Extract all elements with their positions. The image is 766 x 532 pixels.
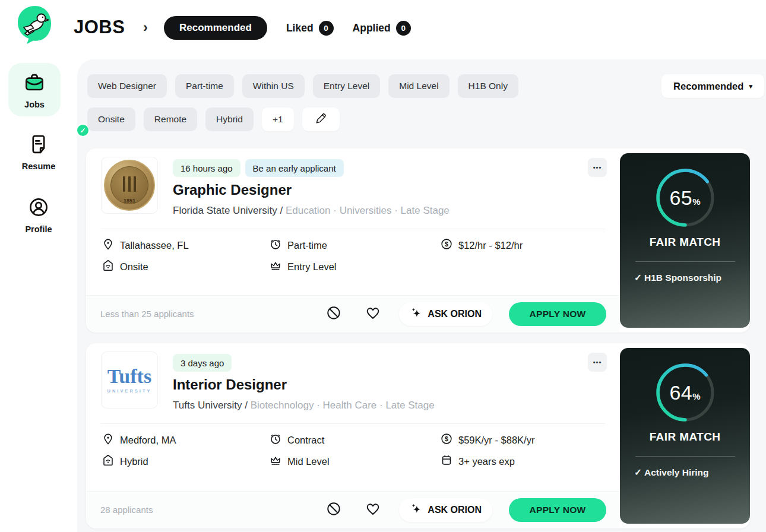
job-title[interactable]: Graphic Designer	[173, 182, 292, 198]
calendar-icon	[440, 454, 453, 469]
filter-chip-remote[interactable]: Remote	[144, 107, 197, 131]
check-icon: ✓	[634, 273, 642, 283]
like-button[interactable]	[361, 302, 385, 326]
filter-chip-within-us[interactable]: Within US	[242, 74, 305, 98]
liked-count-badge: 0	[319, 21, 334, 36]
detail-salary: $ $59K/yr - $88K/yr	[440, 432, 534, 448]
match-percent: 65%	[654, 167, 716, 229]
sidebar-item-label: Profile	[25, 224, 52, 234]
filter-chip-hybrid[interactable]: Hybrid	[205, 107, 254, 131]
card-menu-button[interactable]: •••	[588, 158, 607, 177]
ask-orion-button[interactable]: ASK ORION	[399, 498, 492, 522]
match-perk: ✓ H1B Sponsorship	[634, 273, 721, 283]
match-percent: 64%	[654, 362, 716, 423]
sort-dropdown[interactable]: Recommended ▾	[661, 74, 764, 98]
detail-level: Mid Level	[269, 454, 330, 469]
job-title[interactable]: Interior Designer	[173, 376, 287, 393]
like-button[interactable]	[361, 498, 385, 522]
clock-icon	[269, 432, 282, 448]
tab-recommended[interactable]: Recommended	[164, 16, 267, 40]
filter-row-2: Onsite Remote Hybrid +1	[87, 107, 340, 131]
detail-level-text: Mid Level	[287, 456, 330, 467]
filter-chip-h1b-only[interactable]: H1B Only	[458, 74, 518, 98]
match-perk-text: H1B Sponsorship	[644, 273, 721, 283]
detail-workplace: Onsite	[102, 259, 189, 274]
match-perk: ✓ Actively Hiring	[634, 467, 709, 478]
sidebar-item-resume[interactable]: ✓ Resume	[0, 133, 77, 171]
match-divider	[635, 456, 735, 457]
detail-workplace-text: Hybrid	[120, 456, 148, 467]
match-panel[interactable]: 65% FAIR MATCH ✓ H1B Sponsorship	[620, 153, 750, 328]
card-menu-button[interactable]: •••	[588, 353, 607, 372]
percent-sign: %	[692, 391, 700, 401]
not-interested-button[interactable]	[322, 498, 346, 522]
sidebar-item-profile[interactable]: Profile	[0, 196, 77, 234]
edit-filters-button[interactable]	[302, 107, 340, 131]
filter-chip-onsite[interactable]: Onsite	[87, 107, 135, 131]
detail-employment-type: Part-time	[269, 238, 337, 253]
industry-tags: Biotechnology · Health Care · Late Stage	[251, 400, 435, 411]
filter-chip-entry-level[interactable]: Entry Level	[313, 74, 381, 98]
match-label: FAIR MATCH	[650, 236, 721, 249]
card-footer: Less than 25 applicants ASK ORION APPLY …	[87, 295, 619, 332]
company-name[interactable]: Tufts University	[173, 400, 242, 411]
detail-employment-type: Contract	[269, 432, 330, 448]
app-screen: JOBS › Recommended Liked 0 Applied 0 Job…	[0, 0, 766, 532]
seal-year: 1851	[124, 198, 135, 204]
detail-experience-text: 3+ years exp	[458, 456, 515, 467]
detail-location-text: Medford, MA	[120, 435, 176, 446]
applicants-count: Less than 25 applicants	[100, 309, 194, 319]
tab-liked[interactable]: Liked 0	[286, 21, 334, 36]
job-card-graphic-designer: 1851 16 hours ago Be an early applicant …	[86, 148, 750, 332]
home-icon	[102, 259, 115, 274]
block-icon	[326, 501, 341, 519]
briefcase-icon	[23, 71, 46, 97]
tab-applied[interactable]: Applied 0	[353, 21, 411, 36]
sparkle-icon	[410, 306, 423, 322]
detail-experience: 3+ years exp	[440, 454, 534, 469]
ask-orion-label: ASK ORION	[428, 505, 482, 515]
ask-orion-button[interactable]: ASK ORION	[399, 302, 492, 326]
job-subtitle: Tufts University / Biotechnology · Healt…	[173, 400, 435, 411]
match-percent-value: 64	[669, 381, 692, 404]
filter-chip-mid-level[interactable]: Mid Level	[388, 74, 449, 98]
card-footer: 28 applicants ASK ORION APPLY NOW	[87, 491, 619, 528]
crown-icon	[269, 454, 282, 469]
detail-location: Medford, MA	[102, 432, 176, 448]
job-badges: 3 days ago	[173, 354, 232, 372]
detail-level: Entry Level	[269, 259, 337, 274]
match-label: FAIR MATCH	[650, 430, 721, 444]
filter-chip-web-designer[interactable]: Web Designer	[87, 74, 167, 98]
tufts-logo: Tufts UNIVERSITY	[107, 366, 151, 394]
footer-actions: ASK ORION APPLY NOW	[322, 302, 619, 326]
match-divider	[635, 261, 735, 262]
tufts-logo-subtext: UNIVERSITY	[107, 389, 151, 394]
subtitle-separator: /	[242, 400, 251, 411]
applied-count-badge: 0	[396, 21, 411, 36]
resume-icon: ✓	[27, 133, 50, 158]
fsu-seal: 1851	[104, 160, 155, 211]
filter-chip-part-time[interactable]: Part-time	[175, 74, 234, 98]
card-divider	[100, 423, 605, 424]
crown-icon	[269, 259, 282, 274]
apply-now-button[interactable]: APPLY NOW	[509, 498, 606, 522]
jobs-tabs: Recommended Liked 0 Applied 0	[164, 16, 411, 40]
detail-level-text: Entry Level	[287, 261, 337, 273]
match-panel[interactable]: 64% FAIR MATCH ✓ Actively Hiring	[620, 348, 750, 524]
pencil-icon	[315, 112, 327, 127]
sidebar-item-label: Resume	[22, 162, 55, 171]
svg-text:$: $	[445, 435, 448, 442]
sidebar-item-jobs[interactable]: Jobs	[8, 63, 61, 116]
not-interested-button[interactable]	[322, 302, 346, 326]
jobright-logo[interactable]	[15, 5, 53, 46]
clock-icon	[269, 238, 282, 253]
apply-now-button[interactable]: APPLY NOW	[509, 302, 606, 326]
detail-employment-text: Part-time	[287, 240, 327, 251]
company-name[interactable]: Florida State University	[173, 205, 277, 216]
check-icon: ✓	[634, 467, 642, 478]
company-logo-tufts: Tufts UNIVERSITY	[101, 352, 158, 408]
dollar-icon: $	[440, 432, 453, 448]
ask-orion-label: ASK ORION	[428, 309, 482, 319]
match-ring: 64%	[654, 362, 716, 423]
filter-more-chip[interactable]: +1	[262, 107, 294, 131]
